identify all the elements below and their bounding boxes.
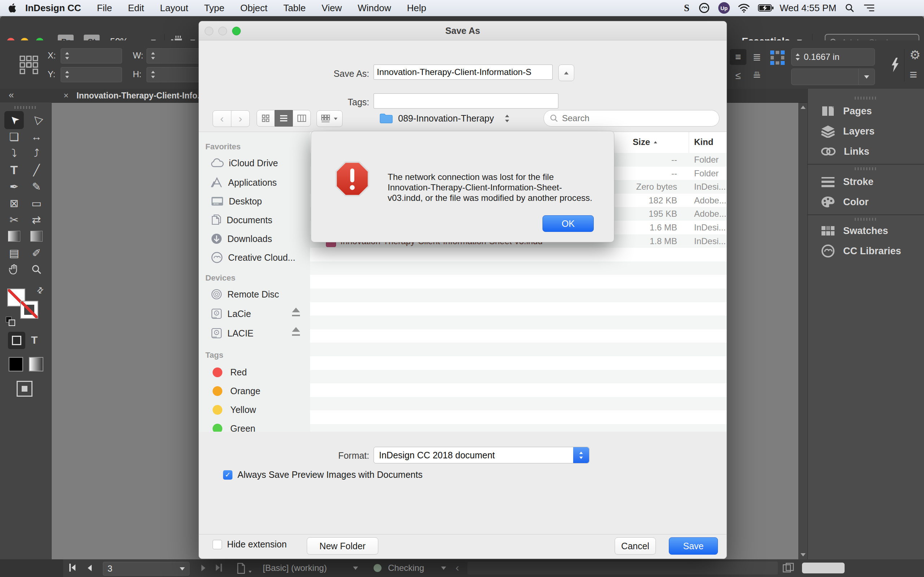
panel-gripper[interactable] [15,106,37,109]
expand-button[interactable] [558,64,574,81]
dialog-close-button[interactable] [205,27,213,35]
scissors-tool[interactable]: ✂ [5,211,23,228]
apply-gradient-button[interactable] [29,357,43,371]
w-field[interactable] [147,48,205,63]
sidebar-tag-red[interactable]: Red [213,364,247,380]
tags-input[interactable] [373,93,558,108]
icon-view-button[interactable] [257,110,275,127]
format-popup[interactable]: InDesign CC 2018 document [373,447,590,463]
apple-menu[interactable] [0,3,23,13]
creative-cloud-status-icon[interactable] [699,3,709,13]
sidebar-item-desktop[interactable]: Desktop [211,193,262,209]
dialog-search-input[interactable] [561,113,700,124]
screen-mode-button[interactable] [16,381,32,397]
spotlight-search-icon[interactable] [845,3,855,13]
eyedropper-tool[interactable]: ✐ [27,245,45,261]
gradient-feather-tool[interactable] [27,228,45,245]
pen-tool[interactable]: ✒ [5,178,23,195]
eject-icon[interactable] [292,307,300,316]
cancel-button[interactable]: Cancel [615,537,656,554]
panel-menu-icon[interactable]: ≡ [909,67,917,82]
formatting-affects-text-button[interactable]: T [31,334,37,346]
lightning-icon[interactable] [891,58,900,72]
panel-button-color[interactable]: Color [821,194,869,210]
panel-gripper[interactable] [855,97,878,100]
pages-overlap-icon[interactable] [782,562,795,574]
menu-app-name[interactable]: InDesign CC [23,0,89,16]
menu-type[interactable]: Type [196,0,232,16]
rectangle-tool[interactable]: ▭ [27,195,45,211]
panel-button-cc-libraries[interactable]: CC Libraries [821,243,901,259]
sidebar-item-lacie[interactable]: LaCie [211,306,251,322]
folder-popup[interactable]: 089-Innovation-Therapy [380,110,510,126]
menu-edit[interactable]: Edit [120,0,152,16]
preflight-status-text[interactable]: Checking [388,563,424,573]
document-tab-title[interactable]: Innovation-Therapy-Client-Info... [76,91,204,101]
content-placer-tool[interactable]: ⤴ [27,145,45,161]
panel-button-layers[interactable]: Layers [821,123,874,139]
dialog-zoom-button[interactable] [232,27,241,35]
menu-clock[interactable]: Wed 4:55 PM [780,3,836,14]
menu-object[interactable]: Object [233,0,275,16]
rectangle-frame-tool[interactable]: ⊠ [5,195,23,211]
leading-stepper[interactable]: 0.1667 in [791,48,875,66]
menu-table[interactable]: Table [275,0,313,16]
menu-layout[interactable]: Layout [152,0,196,16]
y-field[interactable] [61,67,122,82]
sidebar-tag-orange[interactable]: Orange [213,383,260,399]
gradient-swatch-tool[interactable] [5,228,23,245]
paragraph-align-center-button[interactable]: ≣ [749,49,765,65]
reference-point-blue-icon[interactable] [769,50,785,66]
free-transform-tool[interactable]: ⇄ [27,211,45,228]
list-view-button[interactable] [275,110,293,127]
paragraph-indent-button[interactable]: ≤ [730,68,746,84]
swap-fill-stroke-icon[interactable]: ⇄ [35,285,46,296]
filename-input[interactable] [373,64,552,80]
dialog-title-bar[interactable]: Save As [199,21,727,40]
sidebar-item-lacie2[interactable]: LACIE [211,325,254,341]
hand-tool[interactable] [5,261,23,278]
style-dropdown[interactable] [791,69,875,85]
sidebar-item-creative-cloud[interactable]: Creative Cloud... [211,250,295,266]
panel-button-stroke[interactable]: Stroke [821,174,874,190]
dialog-search-box[interactable] [544,110,719,127]
hide-extension-checkbox[interactable] [213,540,222,549]
line-tool[interactable]: ╱ [27,161,45,178]
forward-button[interactable]: › [231,110,250,127]
paragraph-last-line-button[interactable]: ≞ [749,68,765,84]
sidebar-item-icloud-drive[interactable]: iCloud Drive [211,155,278,171]
column-view-button[interactable] [293,110,311,127]
collapse-tools-icon[interactable]: « [9,89,12,101]
panel-gripper[interactable] [855,218,878,221]
save-button[interactable]: Save [669,537,718,554]
size-column-header[interactable]: Size [633,137,658,147]
stroke-proxy-swatch[interactable] [20,301,38,319]
first-page-button[interactable] [69,564,76,572]
horizontal-scrollbar-thumb[interactable] [802,562,845,574]
hide-extension-row[interactable]: Hide extension [213,539,287,550]
alert-ok-button[interactable]: OK [543,215,594,232]
x-field[interactable] [61,48,122,63]
arrange-menu-button[interactable] [317,110,342,127]
h-field[interactable] [147,67,205,82]
gear-icon[interactable]: ⚙ [909,48,921,62]
kind-column-header[interactable]: Kind [694,137,713,147]
last-page-button[interactable] [216,564,222,572]
style-chevron-icon[interactable] [353,567,358,570]
sidebar-item-downloads[interactable]: Downloads [211,231,272,247]
eject-icon[interactable] [292,327,300,336]
paragraph-style-value[interactable]: [Basic] (working) [263,563,327,573]
new-folder-button[interactable]: New Folder [307,537,378,554]
sidebar-item-applications[interactable]: Applications [211,174,277,190]
tab-close-icon[interactable]: × [63,90,69,101]
page-number-box[interactable] [103,562,189,575]
back-button[interactable]: ‹ [213,110,231,127]
page-number-input[interactable] [103,563,166,574]
panel-gripper[interactable] [855,167,878,170]
scroll-left-icon[interactable]: ‹ [456,561,459,574]
column-divider[interactable] [689,132,689,153]
preflight-status-chevron-icon[interactable] [441,567,446,570]
menu-view[interactable]: View [313,0,350,16]
menu-window[interactable]: Window [350,0,399,16]
note-tool[interactable]: ▤ [5,245,23,261]
